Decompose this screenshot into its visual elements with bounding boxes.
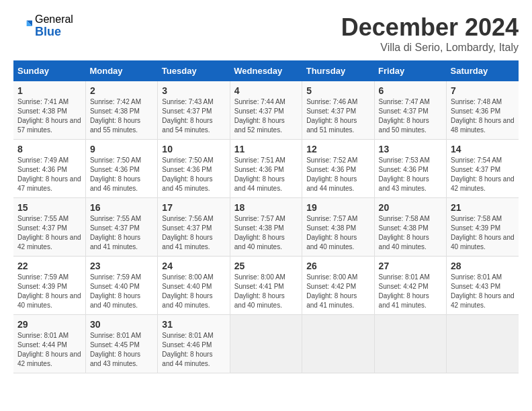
day-info: Sunrise: 7:55 AMSunset: 4:37 PMDaylight:…	[17, 215, 81, 250]
day-info: Sunrise: 7:49 AMSunset: 4:36 PMDaylight:…	[17, 156, 81, 192]
calendar-cell: 17 Sunrise: 7:56 AMSunset: 4:37 PMDaylig…	[158, 198, 230, 257]
day-info: Sunrise: 8:00 AMSunset: 4:42 PMDaylight:…	[306, 273, 357, 309]
page-header: General Blue December 2024 Villa di Seri…	[13, 13, 519, 54]
weekday-header: Tuesday	[158, 60, 230, 81]
day-number: 6	[379, 85, 442, 96]
weekday-header: Thursday	[302, 60, 374, 81]
day-info: Sunrise: 7:41 AMSunset: 4:38 PMDaylight:…	[17, 98, 81, 134]
calendar-cell: 29 Sunrise: 8:01 AMSunset: 4:44 PMDaylig…	[13, 315, 85, 373]
day-info: Sunrise: 7:55 AMSunset: 4:37 PMDaylight:…	[90, 215, 141, 250]
calendar-cell: 18 Sunrise: 7:57 AMSunset: 4:38 PMDaylig…	[230, 198, 302, 257]
day-number: 3	[162, 85, 225, 96]
calendar-cell: 2 Sunrise: 7:42 AMSunset: 4:38 PMDayligh…	[85, 81, 157, 140]
day-number: 29	[17, 319, 81, 330]
calendar-cell	[374, 315, 446, 373]
day-info: Sunrise: 7:47 AMSunset: 4:37 PMDaylight:…	[379, 98, 430, 134]
day-info: Sunrise: 7:44 AMSunset: 4:37 PMDaylight:…	[234, 98, 285, 134]
calendar-cell: 3 Sunrise: 7:43 AMSunset: 4:37 PMDayligh…	[158, 81, 230, 140]
day-number: 14	[451, 144, 515, 154]
day-info: Sunrise: 8:01 AMSunset: 4:45 PMDaylight:…	[90, 332, 141, 367]
calendar-cell: 1 Sunrise: 7:41 AMSunset: 4:38 PMDayligh…	[13, 81, 85, 140]
calendar-cell: 15 Sunrise: 7:55 AMSunset: 4:37 PMDaylig…	[13, 198, 85, 257]
title-section: December 2024 Villa di Serio, Lombardy, …	[341, 13, 519, 54]
day-info: Sunrise: 7:50 AMSunset: 4:36 PMDaylight:…	[162, 156, 213, 192]
logo: General Blue	[13, 13, 73, 38]
day-info: Sunrise: 7:43 AMSunset: 4:37 PMDaylight:…	[162, 98, 213, 134]
weekday-header: Saturday	[447, 60, 519, 81]
day-info: Sunrise: 7:57 AMSunset: 4:38 PMDaylight:…	[306, 215, 357, 250]
week-row: 15 Sunrise: 7:55 AMSunset: 4:37 PMDaylig…	[13, 198, 519, 257]
day-number: 13	[379, 144, 442, 154]
logo-blue: Blue	[35, 26, 73, 39]
day-number: 1	[17, 85, 81, 96]
weekday-header: Monday	[85, 60, 157, 81]
week-row: 22 Sunrise: 7:59 AMSunset: 4:39 PMDaylig…	[13, 257, 519, 315]
day-number: 11	[234, 144, 298, 154]
calendar-cell: 23 Sunrise: 7:59 AMSunset: 4:40 PMDaylig…	[85, 257, 157, 315]
day-info: Sunrise: 8:01 AMSunset: 4:44 PMDaylight:…	[17, 332, 81, 367]
month-title: December 2024	[341, 13, 519, 42]
calendar-cell: 5 Sunrise: 7:46 AMSunset: 4:37 PMDayligh…	[302, 81, 374, 140]
day-number: 27	[379, 261, 442, 271]
calendar-cell: 10 Sunrise: 7:50 AMSunset: 4:36 PMDaylig…	[158, 140, 230, 198]
calendar-table: SundayMondayTuesdayWednesdayThursdayFrid…	[13, 60, 519, 373]
day-number: 19	[306, 202, 369, 213]
calendar-cell	[447, 315, 519, 373]
day-info: Sunrise: 7:54 AMSunset: 4:37 PMDaylight:…	[451, 156, 515, 192]
calendar-cell	[302, 315, 374, 373]
logo-text: General Blue	[35, 13, 73, 38]
day-info: Sunrise: 7:56 AMSunset: 4:37 PMDaylight:…	[162, 215, 213, 250]
day-number: 31	[162, 319, 225, 330]
calendar-cell: 24 Sunrise: 8:00 AMSunset: 4:40 PMDaylig…	[158, 257, 230, 315]
day-info: Sunrise: 8:01 AMSunset: 4:43 PMDaylight:…	[451, 273, 515, 309]
day-info: Sunrise: 7:51 AMSunset: 4:36 PMDaylight:…	[234, 156, 285, 192]
calendar-cell: 4 Sunrise: 7:44 AMSunset: 4:37 PMDayligh…	[230, 81, 302, 140]
day-info: Sunrise: 8:00 AMSunset: 4:40 PMDaylight:…	[162, 273, 213, 309]
day-info: Sunrise: 7:50 AMSunset: 4:36 PMDaylight:…	[90, 156, 141, 192]
weekday-header: Wednesday	[230, 60, 302, 81]
day-info: Sunrise: 7:58 AMSunset: 4:39 PMDaylight:…	[451, 215, 515, 250]
day-number: 28	[451, 261, 515, 271]
weekday-header-row: SundayMondayTuesdayWednesdayThursdayFrid…	[13, 60, 519, 81]
day-number: 7	[451, 85, 515, 96]
calendar-cell: 31 Sunrise: 8:01 AMSunset: 4:46 PMDaylig…	[158, 315, 230, 373]
week-row: 29 Sunrise: 8:01 AMSunset: 4:44 PMDaylig…	[13, 315, 519, 373]
day-info: Sunrise: 7:57 AMSunset: 4:38 PMDaylight:…	[234, 215, 285, 250]
day-number: 9	[90, 144, 153, 154]
day-number: 15	[17, 202, 81, 213]
week-row: 8 Sunrise: 7:49 AMSunset: 4:36 PMDayligh…	[13, 140, 519, 198]
day-info: Sunrise: 7:59 AMSunset: 4:40 PMDaylight:…	[90, 273, 141, 309]
calendar-cell: 11 Sunrise: 7:51 AMSunset: 4:36 PMDaylig…	[230, 140, 302, 198]
calendar-cell: 22 Sunrise: 7:59 AMSunset: 4:39 PMDaylig…	[13, 257, 85, 315]
calendar-cell: 26 Sunrise: 8:00 AMSunset: 4:42 PMDaylig…	[302, 257, 374, 315]
day-number: 4	[234, 85, 298, 96]
calendar-cell: 16 Sunrise: 7:55 AMSunset: 4:37 PMDaylig…	[85, 198, 157, 257]
day-info: Sunrise: 8:01 AMSunset: 4:42 PMDaylight:…	[379, 273, 430, 309]
calendar-cell: 21 Sunrise: 7:58 AMSunset: 4:39 PMDaylig…	[447, 198, 519, 257]
calendar-cell: 28 Sunrise: 8:01 AMSunset: 4:43 PMDaylig…	[447, 257, 519, 315]
day-number: 16	[90, 202, 153, 213]
location-title: Villa di Serio, Lombardy, Italy	[341, 42, 519, 54]
calendar-cell: 30 Sunrise: 8:01 AMSunset: 4:45 PMDaylig…	[85, 315, 157, 373]
day-info: Sunrise: 7:46 AMSunset: 4:37 PMDaylight:…	[306, 98, 357, 134]
day-number: 5	[306, 85, 369, 96]
calendar-cell: 27 Sunrise: 8:01 AMSunset: 4:42 PMDaylig…	[374, 257, 446, 315]
day-info: Sunrise: 7:42 AMSunset: 4:38 PMDaylight:…	[90, 98, 141, 134]
day-number: 12	[306, 144, 369, 154]
day-info: Sunrise: 7:52 AMSunset: 4:36 PMDaylight:…	[306, 156, 357, 192]
day-number: 21	[451, 202, 515, 213]
day-number: 18	[234, 202, 298, 213]
week-row: 1 Sunrise: 7:41 AMSunset: 4:38 PMDayligh…	[13, 81, 519, 140]
weekday-header: Sunday	[13, 60, 85, 81]
calendar-cell: 25 Sunrise: 8:00 AMSunset: 4:41 PMDaylig…	[230, 257, 302, 315]
calendar-cell: 13 Sunrise: 7:53 AMSunset: 4:36 PMDaylig…	[374, 140, 446, 198]
day-number: 2	[90, 85, 153, 96]
day-number: 22	[17, 261, 81, 271]
calendar-cell: 20 Sunrise: 7:58 AMSunset: 4:38 PMDaylig…	[374, 198, 446, 257]
calendar-cell: 9 Sunrise: 7:50 AMSunset: 4:36 PMDayligh…	[85, 140, 157, 198]
calendar-cell: 12 Sunrise: 7:52 AMSunset: 4:36 PMDaylig…	[302, 140, 374, 198]
calendar-cell: 14 Sunrise: 7:54 AMSunset: 4:37 PMDaylig…	[447, 140, 519, 198]
day-info: Sunrise: 7:53 AMSunset: 4:36 PMDaylight:…	[379, 156, 430, 192]
calendar-cell: 19 Sunrise: 7:57 AMSunset: 4:38 PMDaylig…	[302, 198, 374, 257]
day-number: 20	[379, 202, 442, 213]
